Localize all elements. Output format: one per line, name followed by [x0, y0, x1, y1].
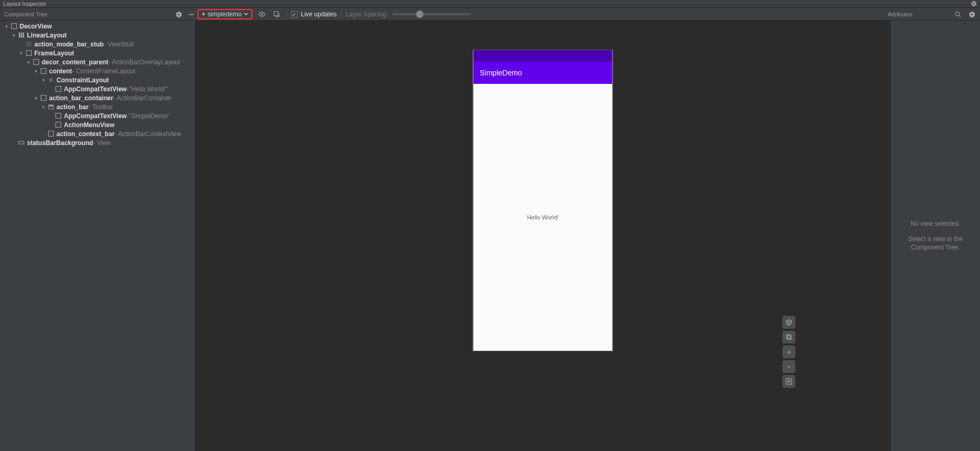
zoom-in-button[interactable]: +: [783, 346, 795, 358]
svg-rect-8: [18, 33, 20, 38]
svg-point-14: [26, 44, 27, 45]
layout-canvas[interactable]: SimpleDemo Hello World! + −: [195, 21, 890, 451]
tree-row[interactable]: action_mode_bar_stub - ViewStub: [0, 40, 195, 49]
toolbar-icon: [46, 103, 55, 110]
hello-text: Hello World!: [527, 214, 559, 220]
tree-row[interactable]: ActionMenuView: [0, 120, 195, 129]
frame-icon: [10, 23, 18, 30]
app-name: simpledemo: [208, 11, 242, 18]
svg-rect-7: [11, 24, 16, 29]
mode-3d-button[interactable]: [783, 316, 795, 329]
checkbox-checked-icon: ✓: [291, 11, 298, 18]
frame-icon: [54, 112, 62, 119]
tree-toggle-icon[interactable]: ▾: [25, 60, 32, 65]
tree-node-name: statusBarBackground: [27, 139, 93, 147]
tree-node-suffix: - ActionBarContainer: [113, 94, 172, 102]
svg-rect-10: [22, 33, 23, 38]
tree-row[interactable]: ▾content - ContentFrameLayout: [0, 66, 195, 75]
tree-row[interactable]: ▾action_bar - Toolbar: [0, 102, 195, 111]
tree-toggle-icon[interactable]: ▾: [3, 24, 10, 29]
tree-node-text: "SimpleDemo": [129, 112, 169, 120]
tree-node-name: DecorView: [20, 23, 52, 30]
svg-rect-32: [787, 335, 791, 339]
tree-row[interactable]: ▾decor_content_parent - ActionBarOverlay…: [0, 57, 195, 66]
tree-node-name: AppCompatTextView: [64, 112, 127, 120]
dots-icon: [24, 41, 33, 47]
frame-icon: [39, 68, 48, 74]
svg-rect-24: [41, 95, 46, 101]
svg-rect-34: [787, 380, 790, 382]
svg-point-13: [30, 42, 31, 43]
tree-row[interactable]: ▾FrameLayout: [0, 49, 195, 57]
svg-point-12: [28, 42, 29, 43]
layer-spacing-label: Layer Spacing:: [346, 11, 388, 18]
svg-rect-0: [189, 14, 194, 15]
svg-point-19: [30, 45, 31, 46]
tree-toggle-icon[interactable]: ▾: [33, 69, 39, 74]
gear-icon[interactable]: [173, 9, 184, 20]
app-body: Hello World!: [474, 84, 612, 351]
tree-node-suffix: - ViewStub: [103, 41, 134, 48]
tree-node-name: AppCompatTextView: [64, 85, 127, 93]
layers-button[interactable]: [783, 331, 795, 343]
zoom-fit-button[interactable]: [783, 375, 795, 388]
tree-node-suffix: - ActionBarOverlayLayout: [108, 59, 180, 66]
svg-point-17: [26, 45, 27, 46]
component-tree-label: Component Tree: [0, 11, 52, 17]
tree-node-text: "Hello World!": [129, 85, 168, 93]
search-icon[interactable]: [953, 9, 963, 20]
select-hint-text: Select a view in the Component Tree.: [897, 235, 974, 253]
divider: [341, 10, 342, 18]
tree-row[interactable]: AppCompatTextView - "Hello World!": [0, 84, 195, 93]
minimize-icon[interactable]: [186, 9, 196, 20]
tree-toggle-icon[interactable]: ▾: [40, 78, 46, 83]
tree-row[interactable]: AppCompatTextView - "SimpleDemo": [0, 111, 195, 120]
slider-thumb[interactable]: [416, 11, 423, 18]
tree-row[interactable]: ▾action_bar_container - ActionBarContain…: [0, 93, 195, 102]
tree-node-suffix: - ContentFrameLayout: [72, 68, 135, 75]
tree-node-name: LinearLayout: [27, 32, 67, 39]
tree-toggle-icon[interactable]: ▾: [40, 104, 46, 110]
app-title: SimpleDemo: [480, 69, 522, 77]
attributes-panel: No view selected. Select a view in the C…: [890, 21, 980, 451]
plus-icon: +: [202, 11, 205, 18]
svg-rect-20: [26, 51, 31, 56]
device-preview[interactable]: SimpleDemo Hello World!: [473, 50, 613, 351]
frame-icon: [46, 130, 55, 137]
tree-toggle-icon[interactable]: ▾: [18, 51, 24, 56]
snapshot-icon[interactable]: [271, 9, 282, 20]
svg-point-1: [261, 13, 263, 15]
main-area: ▾DecorView▾LinearLayoutaction_mode_bar_s…: [0, 21, 980, 451]
zoom-out-button[interactable]: −: [783, 360, 795, 373]
tree-row[interactable]: ▾ConstraintLayout: [0, 75, 195, 84]
chevron-down-icon: [244, 12, 248, 16]
svg-rect-23: [55, 87, 61, 92]
frame-icon: [54, 121, 62, 128]
constraint-icon: [46, 76, 55, 83]
divider: [286, 10, 287, 18]
tree-row[interactable]: statusBarBackground - View: [0, 138, 195, 147]
gear-icon[interactable]: [966, 9, 977, 20]
linear-icon: [17, 32, 25, 39]
live-updates-checkbox[interactable]: ✓ Live updates: [291, 11, 337, 18]
app-toolbar: SimpleDemo: [474, 62, 612, 84]
component-tree-panel[interactable]: ▾DecorView▾LinearLayoutaction_mode_bar_s…: [0, 21, 195, 451]
eye-icon[interactable]: [257, 9, 267, 20]
no-selection-text: No view selected.: [910, 219, 960, 228]
tree-row[interactable]: ▾DecorView: [0, 22, 195, 31]
tree-row[interactable]: ▾LinearLayout: [0, 31, 195, 40]
svg-point-11: [26, 42, 27, 43]
svg-rect-30: [18, 141, 24, 144]
svg-rect-25: [48, 104, 53, 105]
tree-toggle-icon[interactable]: ▾: [33, 95, 39, 101]
status-bar: [474, 50, 612, 62]
tree-node-name: action_context_bar: [56, 130, 115, 138]
tree-row[interactable]: action_context_bar - ActionBarContextVie…: [0, 129, 195, 138]
svg-rect-2: [274, 12, 278, 16]
layer-spacing-slider[interactable]: [392, 13, 472, 15]
tree-toggle-icon[interactable]: ▾: [11, 33, 17, 38]
svg-rect-9: [21, 33, 22, 38]
frame-icon: [54, 85, 62, 92]
title-gear-icon[interactable]: [970, 1, 977, 7]
app-selector-dropdown[interactable]: + simpledemo: [197, 9, 252, 20]
